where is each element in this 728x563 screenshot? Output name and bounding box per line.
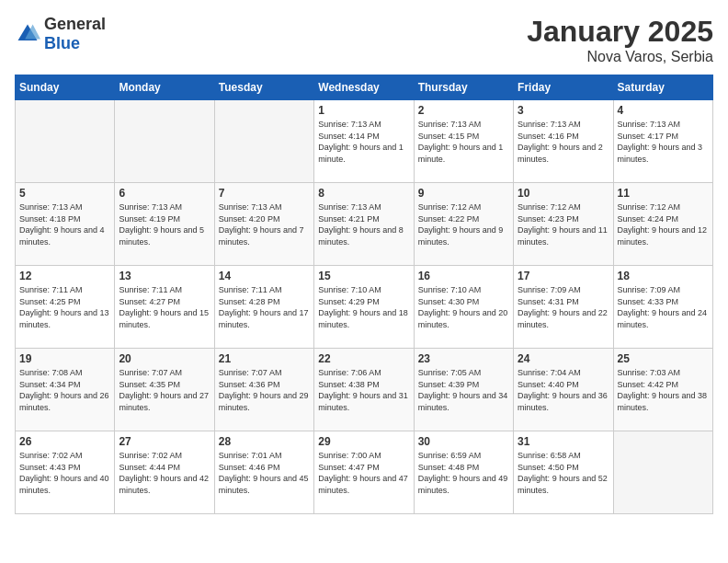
sunset-label: Sunset: 4:38 PM [318,380,380,389]
sunrise-label: Sunrise: 7:01 AM [219,451,282,460]
day-info: Sunrise: 7:12 AM Sunset: 4:24 PM Dayligh… [618,201,709,247]
day-number: 21 [219,352,310,365]
daylight-label: Daylight: 9 hours and 40 minutes. [19,474,109,495]
sunrise-label: Sunrise: 7:06 AM [318,368,381,377]
sunrise-label: Sunrise: 7:02 AM [119,451,182,460]
day-number: 14 [219,270,310,282]
sunset-label: Sunset: 4:46 PM [219,463,280,472]
daylight-label: Daylight: 9 hours and 8 minutes. [318,225,404,247]
daylight-label: Daylight: 9 hours and 15 minutes. [119,308,209,329]
weekday-header-sunday: Sunday [16,75,115,100]
sunset-label: Sunset: 4:19 PM [119,214,180,224]
daylight-label: Daylight: 9 hours and 42 minutes. [119,474,209,495]
day-info: Sunrise: 7:13 AM Sunset: 4:17 PM Dayligh… [618,119,709,165]
sunrise-label: Sunrise: 7:03 AM [618,368,681,377]
day-number: 26 [19,435,110,448]
daylight-label: Daylight: 9 hours and 1 minute. [418,143,504,164]
calendar-cell: 6 Sunrise: 7:13 AM Sunset: 4:19 PM Dayli… [115,183,214,266]
week-row-1: 1 Sunrise: 7:13 AM Sunset: 4:14 PM Dayli… [16,100,713,183]
daylight-label: Daylight: 9 hours and 47 minutes. [318,474,408,495]
day-info: Sunrise: 7:08 AM Sunset: 4:34 PM Dayligh… [19,367,110,413]
day-number: 22 [318,352,409,365]
daylight-label: Daylight: 9 hours and 27 minutes. [119,391,209,412]
sunrise-label: Sunrise: 7:13 AM [119,202,182,212]
day-info: Sunrise: 7:13 AM Sunset: 4:20 PM Dayligh… [219,201,310,247]
calendar-cell: 29 Sunrise: 7:00 AM Sunset: 4:47 PM Dayl… [314,431,414,514]
sunrise-label: Sunrise: 7:13 AM [219,202,282,212]
day-number: 9 [418,187,509,200]
location: Nova Varos, Serbia [527,49,713,65]
calendar-cell: 30 Sunrise: 6:59 AM Sunset: 4:48 PM Dayl… [414,431,513,514]
daylight-label: Daylight: 9 hours and 29 minutes. [219,391,309,412]
weekday-header-wednesday: Wednesday [314,75,414,100]
calendar-table: SundayMondayTuesdayWednesdayThursdayFrid… [15,75,713,514]
calendar-cell [613,431,712,514]
day-number: 11 [618,187,709,200]
daylight-label: Daylight: 9 hours and 49 minutes. [418,474,508,495]
day-number: 18 [618,270,709,282]
day-number: 8 [318,187,409,200]
sunset-label: Sunset: 4:36 PM [219,380,280,389]
day-number: 16 [418,270,509,282]
calendar-cell: 15 Sunrise: 7:10 AM Sunset: 4:29 PM Dayl… [314,266,414,349]
day-info: Sunrise: 7:13 AM Sunset: 4:19 PM Dayligh… [119,201,210,247]
sunset-label: Sunset: 4:40 PM [518,380,579,389]
calendar-cell: 27 Sunrise: 7:02 AM Sunset: 4:44 PM Dayl… [115,431,214,514]
calendar-cell: 19 Sunrise: 7:08 AM Sunset: 4:34 PM Dayl… [16,349,115,431]
sunrise-label: Sunrise: 7:09 AM [618,285,681,294]
sunrise-label: Sunrise: 7:11 AM [119,285,182,294]
sunrise-label: Sunrise: 7:00 AM [318,451,381,460]
day-info: Sunrise: 7:03 AM Sunset: 4:42 PM Dayligh… [618,367,709,413]
sunset-label: Sunset: 4:35 PM [119,380,180,389]
daylight-label: Daylight: 9 hours and 11 minutes. [518,225,608,247]
calendar-cell: 8 Sunrise: 7:13 AM Sunset: 4:21 PM Dayli… [314,183,414,266]
weekday-header-saturday: Saturday [613,75,712,100]
day-number: 12 [19,270,110,282]
sunset-label: Sunset: 4:25 PM [19,297,81,306]
sunrise-label: Sunrise: 7:13 AM [618,120,681,129]
day-number: 31 [518,435,609,448]
day-number: 27 [119,435,210,448]
sunset-label: Sunset: 4:31 PM [518,297,579,306]
sunrise-label: Sunrise: 7:12 AM [418,202,482,212]
calendar-cell: 13 Sunrise: 7:11 AM Sunset: 4:27 PM Dayl… [115,266,214,349]
sunrise-label: Sunrise: 7:13 AM [318,120,381,129]
day-info: Sunrise: 7:00 AM Sunset: 4:47 PM Dayligh… [318,450,409,496]
sunset-label: Sunset: 4:16 PM [518,132,579,141]
calendar-cell: 31 Sunrise: 6:58 AM Sunset: 4:50 PM Dayl… [514,431,613,514]
day-info: Sunrise: 7:13 AM Sunset: 4:21 PM Dayligh… [318,201,409,247]
day-info: Sunrise: 7:06 AM Sunset: 4:38 PM Dayligh… [318,367,409,413]
logo-blue: Blue [44,34,80,52]
day-number: 15 [318,270,409,282]
day-info: Sunrise: 7:10 AM Sunset: 4:29 PM Dayligh… [318,284,409,330]
title-block: January 2025 Nova Varos, Serbia [527,15,713,65]
day-number: 6 [119,187,210,200]
sunset-label: Sunset: 4:27 PM [119,297,180,306]
sunrise-label: Sunrise: 7:13 AM [418,120,482,129]
daylight-label: Daylight: 9 hours and 18 minutes. [318,308,408,329]
sunrise-label: Sunrise: 7:08 AM [19,368,83,377]
weekday-header-row: SundayMondayTuesdayWednesdayThursdayFrid… [16,75,713,100]
day-number: 13 [119,270,210,282]
daylight-label: Daylight: 9 hours and 3 minutes. [618,143,703,164]
weekday-header-monday: Monday [115,75,214,100]
sunrise-label: Sunrise: 7:10 AM [318,285,381,294]
week-row-5: 26 Sunrise: 7:02 AM Sunset: 4:43 PM Dayl… [16,431,713,514]
logo-general: General [44,15,106,33]
sunset-label: Sunset: 4:17 PM [618,132,679,141]
page-header: General Blue January 2025 Nova Varos, Se… [15,15,713,65]
day-info: Sunrise: 7:07 AM Sunset: 4:36 PM Dayligh… [219,367,310,413]
sunrise-label: Sunrise: 7:13 AM [318,202,381,212]
calendar-cell: 9 Sunrise: 7:12 AM Sunset: 4:22 PM Dayli… [414,183,513,266]
daylight-label: Daylight: 9 hours and 20 minutes. [418,308,508,329]
calendar-cell: 11 Sunrise: 7:12 AM Sunset: 4:24 PM Dayl… [613,183,712,266]
week-row-3: 12 Sunrise: 7:11 AM Sunset: 4:25 PM Dayl… [16,266,713,349]
day-number: 28 [219,435,310,448]
sunset-label: Sunset: 4:34 PM [19,380,81,389]
calendar-cell: 16 Sunrise: 7:10 AM Sunset: 4:30 PM Dayl… [414,266,513,349]
daylight-label: Daylight: 9 hours and 12 minutes. [618,225,708,247]
day-info: Sunrise: 7:02 AM Sunset: 4:44 PM Dayligh… [119,450,210,496]
sunset-label: Sunset: 4:47 PM [318,463,380,472]
calendar-cell [115,100,214,183]
daylight-label: Daylight: 9 hours and 26 minutes. [19,391,109,412]
